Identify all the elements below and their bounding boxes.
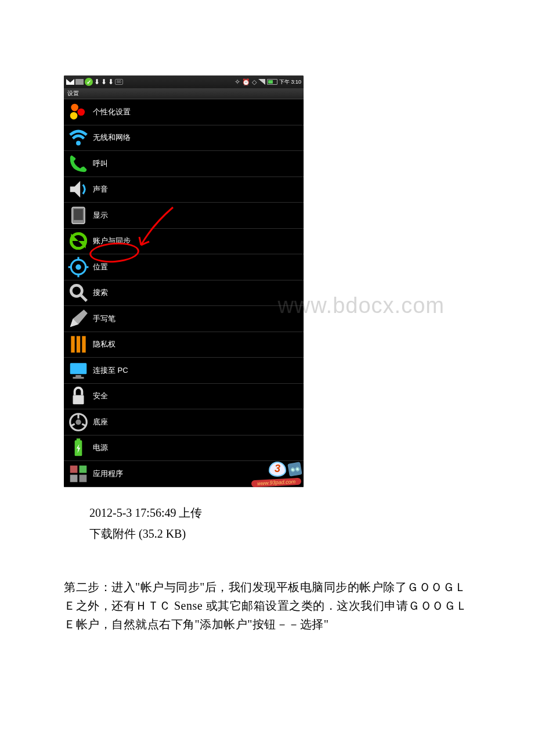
settings-item-search[interactable]: 搜索	[64, 280, 304, 307]
wifi-icon	[67, 127, 89, 149]
lock-icon	[67, 385, 89, 407]
upload-timestamp: 2012-5-3 17:56:49 上传	[89, 502, 476, 523]
alarm-icon: ⏰	[242, 78, 250, 86]
sound-icon	[67, 178, 89, 200]
settings-item-power[interactable]: 电源	[64, 435, 304, 462]
svg-point-2	[70, 112, 78, 120]
svg-rect-15	[77, 336, 80, 353]
settings-label: 位置	[93, 262, 108, 272]
svg-line-13	[81, 296, 87, 301]
battery-icon	[267, 79, 277, 85]
settings-item-display[interactable]: 显示	[64, 203, 304, 229]
svg-rect-5	[74, 209, 83, 220]
svg-point-0	[71, 104, 78, 111]
settings-item-sound[interactable]: 声音	[64, 177, 304, 203]
settings-label: 显示	[93, 210, 108, 221]
settings-label: 隐私权	[93, 339, 116, 350]
settings-item-dock[interactable]: 底座	[64, 409, 304, 435]
svg-point-3	[76, 141, 81, 146]
sync-icon	[67, 230, 89, 252]
settings-item-personalize[interactable]: 个性化设置	[64, 99, 304, 125]
svg-point-22	[75, 419, 81, 425]
mail-icon-grey	[75, 79, 84, 85]
settings-label: 声音	[93, 184, 108, 195]
article-body: 第二步：进入"帐户与同步"后，我们发现平板电脑同步的帐户除了ＧＯＯＧＬＥ之外，还…	[64, 578, 476, 634]
svg-rect-28	[80, 474, 87, 482]
watermark-badge: 3 ◉◉	[269, 462, 301, 477]
phone-icon	[67, 153, 89, 175]
settings-label: 底座	[93, 417, 108, 427]
settings-item-accounts-sync[interactable]: 账户与同步	[64, 229, 304, 255]
svg-rect-25	[70, 466, 78, 473]
badge-number: 3	[269, 462, 286, 477]
settings-label: 手写笔	[93, 314, 116, 324]
svg-rect-24	[77, 438, 80, 441]
privacy-icon	[67, 333, 89, 355]
settings-item-security[interactable]: 安全	[64, 384, 304, 410]
check-icon: ✓	[85, 78, 93, 86]
svg-rect-18	[75, 375, 81, 377]
svg-point-12	[71, 286, 82, 297]
wifi-icon: ◇	[252, 78, 257, 86]
download-attachment-link[interactable]: 下载附件 (35.2 KB)	[89, 523, 476, 544]
dock-icon	[67, 411, 89, 433]
pen-icon	[67, 308, 89, 330]
clock-text: 下午 3:10	[279, 78, 301, 86]
settings-item-call[interactable]: 呼叫	[64, 151, 304, 177]
badge-icon: ◉◉	[287, 462, 302, 476]
settings-item-privacy[interactable]: 隐私权	[64, 332, 304, 358]
svg-rect-26	[80, 466, 87, 473]
settings-item-wireless[interactable]: 无线和网络	[64, 125, 304, 152]
signal-icon	[258, 79, 265, 85]
settings-label: 应用程序	[93, 469, 123, 479]
settings-label: 呼叫	[93, 159, 108, 169]
status-bar: ✓ ⬇ ⬇ ⬇ 86 ✧ ⏰ ◇ 下午 3:10	[64, 75, 304, 88]
download-icon: ⬇	[101, 78, 107, 85]
display-icon	[67, 204, 89, 226]
svg-rect-20	[73, 395, 84, 405]
svg-rect-17	[70, 363, 87, 374]
apps-icon	[67, 463, 89, 485]
svg-rect-19	[73, 377, 84, 379]
settings-item-location[interactable]: 位置	[64, 254, 304, 280]
mail-icon	[66, 79, 74, 85]
screen-title: 设置	[64, 88, 304, 99]
settings-item-pen[interactable]: 手写笔	[64, 306, 304, 332]
settings-label: 连接至 PC	[93, 365, 128, 376]
svg-rect-14	[71, 336, 74, 353]
settings-label: 搜索	[93, 287, 108, 298]
settings-label: 账户与同步	[93, 236, 131, 246]
connect-pc-icon	[67, 359, 89, 381]
svg-rect-27	[70, 474, 78, 482]
download-icon: ⬇	[108, 78, 114, 85]
download-icon: ⬇	[94, 78, 100, 85]
search-icon	[67, 282, 89, 304]
settings-label: 无线和网络	[93, 132, 131, 143]
location-icon	[67, 256, 89, 278]
settings-list: 个性化设置 无线和网络 呼叫 声音 显示	[64, 99, 304, 487]
settings-label: 个性化设置	[93, 107, 131, 117]
settings-label: 电源	[93, 442, 108, 453]
vibrate-icon: ✧	[234, 78, 240, 86]
svg-point-7	[75, 264, 81, 270]
indicator-icon: 86	[115, 79, 123, 85]
svg-point-1	[77, 108, 85, 116]
settings-label: 安全	[93, 391, 108, 401]
settings-item-connect-pc[interactable]: 连接至 PC	[64, 358, 304, 384]
svg-rect-16	[82, 336, 85, 353]
android-settings-screenshot: ✓ ⬇ ⬇ ⬇ 86 ✧ ⏰ ◇ 下午 3:10 设置 个性化设置 无线和网	[64, 75, 304, 487]
personalize-icon	[67, 101, 89, 123]
battery-icon	[67, 437, 89, 459]
